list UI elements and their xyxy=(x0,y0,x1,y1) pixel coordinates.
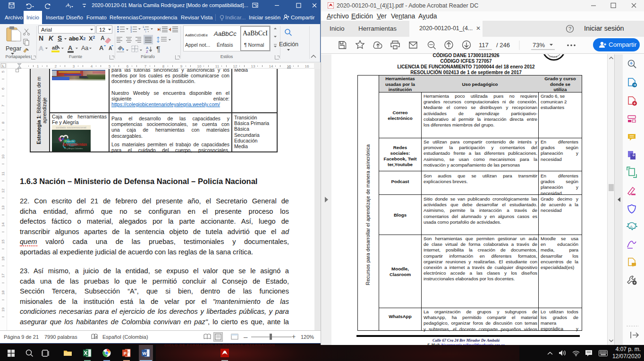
svg-text:Z: Z xyxy=(146,50,148,54)
svg-text:11: 11 xyxy=(215,64,220,68)
svg-text:3: 3 xyxy=(130,30,132,33)
svg-text:¶: ¶ xyxy=(156,45,161,53)
svg-text:18: 18 xyxy=(1,290,5,294)
svg-text:13: 13 xyxy=(1,205,5,210)
svg-text:A: A xyxy=(68,44,73,51)
svg-text:4: 4 xyxy=(91,64,93,68)
svg-text:10: 10 xyxy=(197,64,202,68)
svg-text:73%: 73% xyxy=(533,42,545,49)
svg-text:A: A xyxy=(101,35,105,42)
svg-text:8: 8 xyxy=(162,64,165,68)
svg-text:6: 6 xyxy=(127,64,129,68)
svg-text:11: 11 xyxy=(1,171,5,176)
svg-text:A: A xyxy=(630,225,633,229)
svg-text:P: P xyxy=(124,351,127,356)
svg-text:W: W xyxy=(143,351,147,356)
svg-text:3: 3 xyxy=(73,64,75,68)
svg-text:15: 15 xyxy=(1,239,5,243)
svg-text:5: 5 xyxy=(1,70,5,73)
svg-text:12: 12 xyxy=(1,188,5,193)
svg-text:9: 9 xyxy=(1,138,5,141)
svg-text:7: 7 xyxy=(1,104,5,107)
svg-text:10: 10 xyxy=(1,154,5,159)
svg-text:14: 14 xyxy=(269,64,273,68)
svg-text:?: ? xyxy=(568,26,571,32)
svg-text:14: 14 xyxy=(1,222,5,227)
svg-text:9: 9 xyxy=(180,64,183,68)
svg-text:13: 13 xyxy=(251,64,255,68)
svg-text:Pegar: Pegar xyxy=(6,45,21,52)
svg-text:i: i xyxy=(145,30,146,33)
svg-text:1: 1 xyxy=(37,64,39,68)
svg-text:17: 17 xyxy=(1,273,5,277)
svg-text:8: 8 xyxy=(1,121,5,124)
svg-text:Aa: Aa xyxy=(81,45,88,51)
svg-text:A: A xyxy=(39,45,43,52)
svg-text:16: 16 xyxy=(305,64,309,68)
svg-text:16: 16 xyxy=(1,256,5,260)
svg-text:7: 7 xyxy=(144,64,147,68)
svg-text:5: 5 xyxy=(109,64,111,68)
svg-text:Edición: Edición xyxy=(279,41,298,48)
svg-text:12: 12 xyxy=(233,64,237,68)
svg-text:A: A xyxy=(109,45,112,51)
svg-text:6: 6 xyxy=(1,87,5,90)
svg-text:2: 2 xyxy=(55,64,57,68)
svg-text:19: 19 xyxy=(1,307,5,311)
svg-text:117: 117 xyxy=(479,42,489,49)
svg-text:A: A xyxy=(99,44,104,51)
svg-text:/ 246: / 246 xyxy=(496,42,510,49)
